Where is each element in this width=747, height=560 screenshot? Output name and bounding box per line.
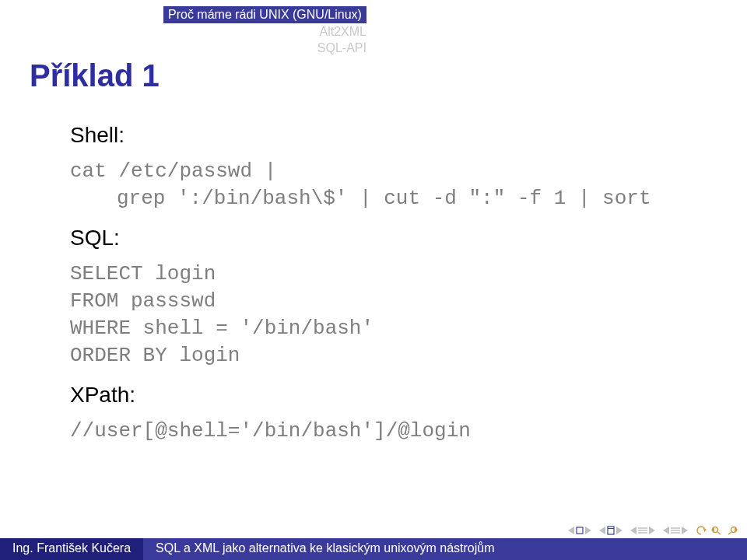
sql-section: SQL: SELECT login FROM passswd WHERE she… — [70, 223, 651, 369]
sql-code-2: FROM passswd — [70, 288, 651, 315]
svg-rect-5 — [608, 528, 614, 529]
triangle-right-icon — [649, 527, 655, 534]
triangle-left-icon — [630, 527, 637, 534]
xpath-code-1: //user[@shell='/bin/bash']/@login — [70, 418, 651, 445]
shell-code-1: cat /etc/passwd | — [70, 158, 651, 185]
triangle-right-icon — [585, 527, 591, 534]
sql-label: SQL: — [70, 223, 651, 253]
svg-marker-12 — [663, 527, 669, 534]
undo-icon — [696, 526, 707, 535]
svg-marker-0 — [568, 527, 574, 534]
footer-author: Ing. František Kučera — [0, 538, 143, 560]
svg-rect-1 — [577, 527, 583, 534]
nav-slide-group[interactable] — [568, 527, 591, 534]
shell-section: Shell: cat /etc/passwd | grep ':/bin/bas… — [70, 121, 651, 212]
search-fwd-icon — [727, 526, 738, 535]
sql-code-1: SELECT login — [70, 261, 651, 288]
svg-marker-2 — [585, 527, 591, 534]
nav-section-group[interactable] — [663, 527, 688, 534]
svg-marker-7 — [630, 527, 637, 534]
svg-marker-6 — [616, 527, 622, 534]
footer: Ing. František Kučera SQL a XML jako alt… — [0, 538, 747, 560]
bars-icon — [638, 527, 647, 534]
shell-code-2: grep ':/bin/bash\$' | cut -d ":" -f 1 | … — [117, 185, 651, 212]
shell-label: Shell: — [70, 121, 651, 150]
svg-marker-3 — [599, 527, 605, 534]
triangle-left-icon — [599, 527, 605, 534]
svg-rect-4 — [608, 527, 614, 534]
nav-line-1[interactable]: Proč máme rádi UNIX (GNU/Linux) — [163, 6, 366, 23]
nav-line-2[interactable]: Alt2XML — [163, 23, 366, 40]
sql-code-4: ORDER BY login — [70, 342, 651, 369]
sql-code-3: WHERE shell = '/bin/bash' — [70, 315, 651, 342]
svg-marker-11 — [649, 527, 655, 534]
svg-marker-16 — [682, 527, 688, 534]
page-title: Příklad 1 — [30, 58, 160, 93]
triangle-right-icon — [616, 527, 622, 534]
slide-content: Shell: cat /etc/passwd | grep ':/bin/bas… — [70, 121, 651, 450]
triangle-left-icon — [568, 527, 574, 534]
doc-icon — [607, 526, 615, 535]
nav-frame-group[interactable] — [599, 526, 622, 535]
svg-line-22 — [728, 532, 731, 534]
header-nav: Proč máme rádi UNIX (GNU/Linux) Alt2XML … — [163, 6, 366, 57]
nav-subsection-group[interactable] — [630, 527, 655, 534]
nav-back-forward[interactable] — [696, 526, 738, 535]
triangle-left-icon — [663, 527, 669, 534]
nav-line-3[interactable]: SQL-API — [163, 40, 366, 57]
xpath-label: XPath: — [70, 380, 651, 410]
bars-icon — [671, 527, 680, 534]
footer-title: SQL a XML jako alternativa ke klasickým … — [143, 538, 747, 560]
square-icon — [576, 527, 584, 534]
beamer-nav-icons — [568, 526, 738, 535]
triangle-right-icon — [682, 527, 688, 534]
xpath-section: XPath: //user[@shell='/bin/bash']/@login — [70, 380, 651, 445]
svg-line-19 — [717, 532, 721, 534]
search-back-icon — [711, 526, 722, 535]
